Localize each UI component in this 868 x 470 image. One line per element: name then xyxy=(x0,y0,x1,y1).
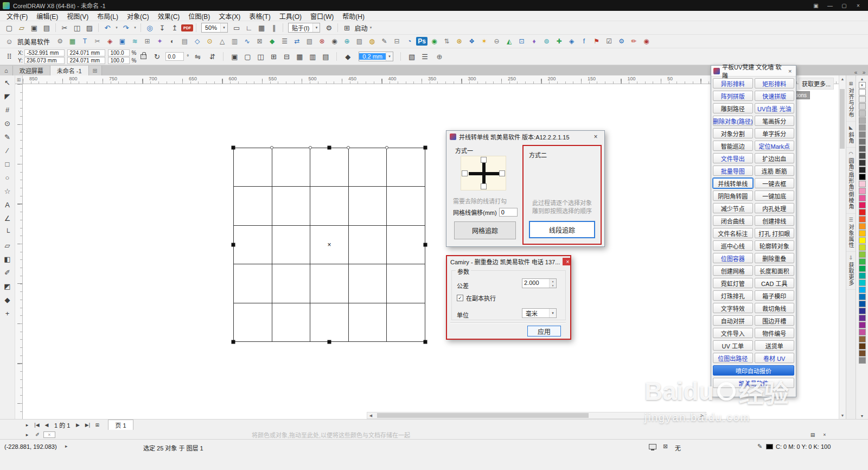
color-swatch-37[interactable] xyxy=(859,350,866,357)
dock-collapse-right-icon[interactable]: » xyxy=(860,69,868,75)
curve-node[interactable] xyxy=(347,146,350,149)
grid-cell[interactable] xyxy=(272,226,311,264)
group-objects-icon[interactable]: ▣ xyxy=(228,51,240,62)
tolerance-value[interactable]: 2.000 xyxy=(522,279,549,288)
color-swatch-20[interactable] xyxy=(859,230,866,237)
plugin-panel-close-icon[interactable]: × xyxy=(787,68,794,74)
plugin-button-11-0[interactable]: 闭合曲线 xyxy=(713,215,753,226)
menu-item-10[interactable]: 窗口(W) xyxy=(306,11,338,21)
color-swatch-18[interactable] xyxy=(859,216,866,223)
connector-tool[interactable]: └ xyxy=(2,226,14,238)
grid-object[interactable]: × xyxy=(233,148,425,342)
y-position-field[interactable]: 236.073 mm xyxy=(24,57,65,64)
selection-handle[interactable] xyxy=(328,146,331,150)
remove-right-checkbox[interactable] xyxy=(499,170,505,176)
plugin-tool-icon-13[interactable]: ⊙ xyxy=(204,36,215,47)
plugin-button-10-0[interactable]: 减少节点 xyxy=(713,203,753,213)
remove-left-checkbox[interactable] xyxy=(462,170,468,176)
plugin-tool-icon-2[interactable]: ▦ xyxy=(67,36,78,47)
zoom-tool[interactable]: ⊙ xyxy=(2,118,14,129)
last-page-button[interactable]: ▶| xyxy=(83,421,92,429)
selection-handle[interactable] xyxy=(424,146,427,150)
plugin-tool-icon-47[interactable]: ✏ xyxy=(628,36,640,47)
document-palette-eyedropper-icon[interactable]: ✐ xyxy=(33,430,42,439)
grid-cell[interactable] xyxy=(387,148,425,187)
add-page-button[interactable]: ⊞ xyxy=(93,421,101,429)
plugin-button-7-0[interactable]: 批量导图 xyxy=(713,166,753,176)
color-swatch-32[interactable] xyxy=(859,315,866,321)
menu-item-2[interactable]: 视图(V) xyxy=(62,11,93,21)
color-swatch-21[interactable] xyxy=(859,237,866,244)
redo-icon[interactable]: ↷ xyxy=(120,22,132,33)
plugin-button-15-0[interactable]: 创建网格 xyxy=(713,265,753,276)
horizontal-scroll-thumb[interactable] xyxy=(377,413,589,418)
grid-cell[interactable] xyxy=(349,187,387,225)
docker-tab-3[interactable]: ☰对象属性 xyxy=(846,214,856,252)
grid-cell[interactable] xyxy=(310,303,349,342)
prev-page-button[interactable]: ◀ xyxy=(42,421,51,429)
plugin-button-1-0[interactable]: 阵列拼版 xyxy=(713,91,753,101)
document-tab-1[interactable]: 未命名 -1 xyxy=(50,66,89,75)
plugin-button-7-1[interactable]: 连筋 断筋 xyxy=(755,166,795,176)
scale-y-field[interactable]: 100.0 xyxy=(108,57,130,64)
plugin-tool-icon-40[interactable]: ⊚ xyxy=(541,36,552,47)
horizontal-scrollbar[interactable]: ◀ ▶ xyxy=(367,412,706,419)
color-swatch-34[interactable] xyxy=(859,329,866,335)
plugin-tool-icon-5[interactable]: ◈ xyxy=(104,36,116,47)
undo-icon[interactable]: ↶ xyxy=(101,22,113,33)
close-button[interactable]: × xyxy=(851,1,865,10)
plugin-tool-icon-12[interactable]: ◇ xyxy=(192,36,203,47)
plugin-tool-icon-36[interactable]: ⊖ xyxy=(491,36,502,47)
application-launcher-icon[interactable]: ⊞ xyxy=(341,22,353,33)
redo-icon-dropdown[interactable]: ▾ xyxy=(132,26,138,30)
import-icon[interactable]: ↧ xyxy=(156,22,168,33)
color-swatch-15[interactable] xyxy=(859,195,866,201)
document-tab-0[interactable]: 欢迎屏幕 xyxy=(13,66,50,75)
color-swatch-27[interactable] xyxy=(859,280,866,286)
color-swatch-17[interactable] xyxy=(859,209,866,215)
color-swatch-19[interactable] xyxy=(859,223,866,230)
open-icon[interactable]: ▱ xyxy=(16,22,28,33)
plugin-tool-icon-21[interactable]: ▧ xyxy=(304,36,315,47)
paste-icon[interactable]: ▨ xyxy=(84,22,95,33)
plugin-button-16-1[interactable]: CAD 工具 xyxy=(755,278,795,288)
plugin-tool-icon-29[interactable]: ◔ xyxy=(404,36,415,47)
plugin-button-6-0[interactable]: 文件导出 xyxy=(713,153,753,163)
scroll-left-icon[interactable]: ◀ xyxy=(367,412,374,418)
print-icon[interactable]: ▤ xyxy=(41,22,53,33)
remove-bottom-checkbox[interactable] xyxy=(481,183,487,189)
shape-tool[interactable]: ◤ xyxy=(2,91,14,102)
order-icon[interactable]: ▥ xyxy=(307,51,318,62)
plugin-button-13-1[interactable]: 轮廓转对象 xyxy=(755,240,795,251)
tray-icon[interactable]: ▣ xyxy=(809,1,823,10)
plugin-button-8-0[interactable]: 并线转单线 xyxy=(713,178,753,188)
dialog-camiry-close-icon[interactable]: × xyxy=(563,258,570,265)
curve-node[interactable] xyxy=(309,146,312,149)
transparency-tool[interactable]: ◧ xyxy=(2,253,14,265)
ruler-origin-button[interactable]: ⊞ xyxy=(15,75,23,84)
palette-scroll-up-icon[interactable]: ▲ xyxy=(856,75,868,82)
color-swatch-23[interactable] xyxy=(859,251,866,258)
plugin-tool-icon-17[interactable]: ⊠ xyxy=(254,36,265,47)
plugin-tool-icon-38[interactable]: ⊡ xyxy=(516,36,527,47)
plugin-button-2-1[interactable]: UV白墨 光油 xyxy=(755,103,795,113)
status-flyout-icon[interactable]: ▸ xyxy=(65,443,68,449)
grid-cell[interactable] xyxy=(349,264,387,303)
x-position-field[interactable]: -532.991 mm xyxy=(24,49,65,56)
plugin-tool-icon-1[interactable]: ⚙ xyxy=(54,36,66,47)
position-grid-icon[interactable]: ⠿ xyxy=(3,51,15,62)
plugin-tool-icon-33[interactable]: ⊛ xyxy=(454,36,465,47)
grid-trace-button[interactable]: 网格追踪 xyxy=(454,221,516,239)
curve-node[interactable] xyxy=(385,146,388,149)
plugin-tool-icon-18[interactable]: ◆ xyxy=(266,36,278,47)
vertical-ruler[interactable] xyxy=(15,84,23,419)
color-swatch-7[interactable] xyxy=(859,138,866,145)
plugin-button-9-0[interactable]: 阴阳角转圆 xyxy=(713,190,753,201)
grid-offset-input[interactable] xyxy=(499,208,518,217)
plugin-button-3-1[interactable]: 笔画拆分 xyxy=(755,116,795,126)
plugin-button-5-1[interactable]: 定位Mark点 xyxy=(755,141,795,151)
width-field[interactable]: 224.071 mm xyxy=(67,49,105,56)
color-swatch-2[interactable] xyxy=(859,103,866,110)
document-palette-close-icon[interactable]: × xyxy=(820,430,829,439)
plugin-button-10-1[interactable]: 内孔处理 xyxy=(755,203,795,213)
